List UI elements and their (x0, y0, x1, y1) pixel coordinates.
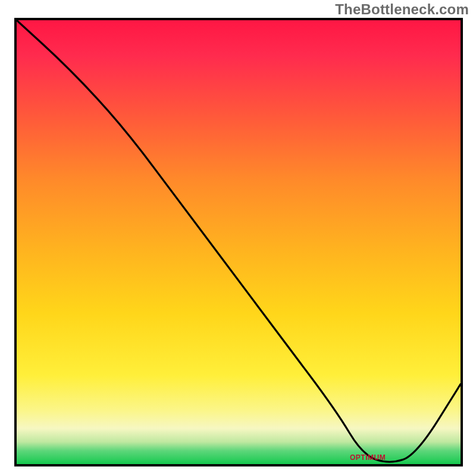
stage: TheBottleneck.com OPTIMUM (0, 0, 476, 476)
curve-path (17, 20, 461, 462)
watermark-text: TheBottleneck.com (335, 1, 469, 18)
optimum-label: OPTIMUM (350, 453, 386, 462)
chart-area: OPTIMUM (14, 18, 463, 466)
bottleneck-curve (17, 20, 461, 464)
